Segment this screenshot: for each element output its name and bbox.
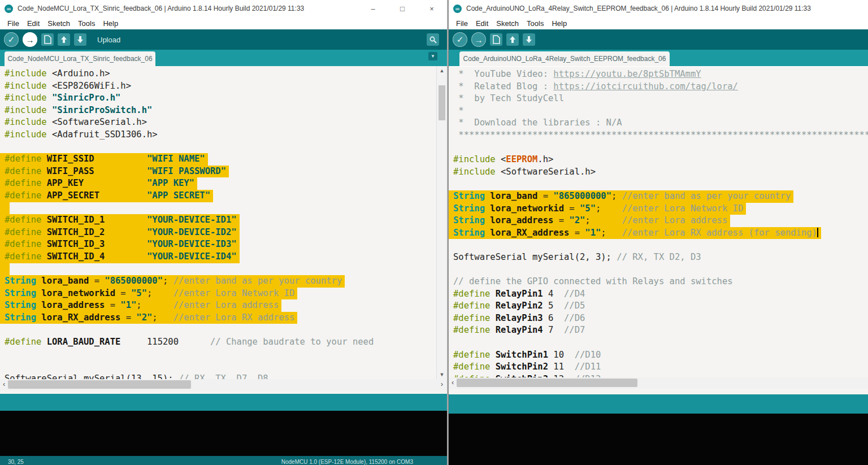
code-line: #include "SinricPro.h" (0, 92, 436, 105)
code-token: #define (453, 289, 496, 299)
title-bar: ∞ Code_NodeMCU_Lora_TX_Sinric_feedback_0… (0, 0, 447, 17)
code-token: APP_SECRET (47, 190, 99, 201)
arrow-right-icon: → (26, 35, 34, 45)
code-line: #include <Adafruit_SSD1306.h> (0, 129, 436, 141)
code-line (449, 239, 868, 251)
arrow-up-icon (509, 36, 517, 44)
minimize-button[interactable]: – (368, 5, 378, 13)
code-line (449, 337, 868, 349)
code-line-content: #include <Adafruit_SSD1306.h> (0, 129, 158, 141)
horizontal-scroll-thumb[interactable] (8, 380, 191, 389)
horizontal-scrollbar[interactable]: ‹ (449, 377, 868, 389)
open-button[interactable] (506, 33, 519, 46)
scroll-left-icon[interactable]: ‹ (452, 378, 454, 386)
maximize-button[interactable]: □ (397, 5, 407, 13)
code-line: #define APP_KEY "APP KEY" (0, 177, 436, 190)
code-line: ****************************************… (449, 129, 868, 142)
code-token: https://youtu.be/8ptSbTMAmmY (553, 69, 701, 79)
menu-file[interactable]: File (3, 19, 23, 28)
code-line (449, 264, 868, 276)
serial-monitor-button[interactable] (427, 33, 439, 46)
message-strip (0, 394, 447, 411)
code-line: #include <Arduino.h> (0, 68, 436, 80)
code-token: ; (136, 300, 173, 310)
code-editor[interactable]: * YouTube Video: https://youtu.be/8ptSbT… (449, 67, 868, 377)
open-button[interactable] (58, 33, 70, 46)
code-token: lora_address (41, 300, 105, 310)
code-token: = (120, 312, 136, 323)
code-line: String lora_address = "1"; //enter Lora … (0, 299, 436, 312)
menu-help[interactable]: Help (548, 19, 571, 28)
new-sketch-button[interactable] (41, 33, 54, 46)
menu-tools[interactable]: Tools (523, 19, 548, 28)
code-line: SoftwareSerial mySerial(13, 15); // RX, … (0, 373, 436, 379)
scroll-left-icon[interactable]: ‹ (3, 380, 5, 388)
scroll-right-icon[interactable]: › (441, 380, 443, 388)
code-line: * YouTube Video: https://youtu.be/8ptSbT… (449, 68, 868, 81)
arduino-logo-icon: ∞ (453, 5, 462, 13)
code-token: #include (453, 154, 501, 164)
code-token: ; (585, 215, 622, 225)
new-sketch-button[interactable] (490, 33, 502, 46)
vertical-scroll-thumb[interactable] (439, 85, 445, 120)
code-line (0, 349, 436, 361)
code-line-content: #define SWITCH_ID_4 "YOUR-DEVICE-ID4" (0, 251, 240, 263)
code-token: #include (5, 105, 52, 115)
menu-sketch[interactable]: Sketch (492, 19, 523, 28)
verify-button[interactable]: ✓ (453, 32, 467, 47)
code-token: #include (5, 117, 52, 127)
menu-edit[interactable]: Edit (23, 19, 44, 28)
menu-help[interactable]: Help (99, 19, 122, 28)
code-line-content (0, 141, 10, 154)
code-token: RelayPin1 (496, 289, 543, 299)
code-token: // Change baudrate to your need (210, 337, 374, 347)
code-token: lora_address (490, 215, 553, 225)
code-token: #define (5, 215, 47, 225)
code-token: "YOUR-DEVICE-ID3" (147, 239, 237, 249)
code-token: 115200 (120, 337, 210, 347)
code-token: #define (453, 325, 496, 335)
code-token: //D5 (564, 301, 585, 311)
menu-edit[interactable]: Edit (472, 19, 492, 28)
code-line-content: #define WIFI_PASS "WIFI PASSWORD" (0, 166, 229, 178)
code-line: #define WIFI_SSID "WIFI NAME" (0, 153, 436, 166)
sketch-tab[interactable]: Code_ArduinoUNO_LoRa_4Relay_Switch_EEPRO… (459, 51, 670, 66)
upload-button[interactable]: → (23, 32, 37, 47)
menu-file[interactable]: File (452, 19, 472, 28)
menu-bar: File Edit Sketch Tools Help (0, 17, 447, 29)
scroll-up-icon[interactable]: ▲ (437, 68, 447, 73)
code-line-content: #define WIFI_SSID "WIFI NAME" (0, 153, 208, 166)
upload-button[interactable]: → (471, 32, 486, 47)
sketch-tab[interactable]: Code_NodeMCU_Lora_TX_Sinric_feedback_06 (5, 51, 155, 66)
code-token: * Related Blog : (453, 81, 553, 92)
code-token: "5" (580, 203, 596, 214)
code-token: 7 (543, 325, 564, 335)
menu-tools[interactable]: Tools (74, 19, 99, 28)
scroll-down-icon[interactable]: ▼ (437, 372, 447, 377)
horizontal-scroll-thumb[interactable] (457, 379, 637, 387)
save-button[interactable] (523, 33, 535, 46)
code-editor[interactable]: #include <Arduino.h>#include <ESP8266WiF… (0, 66, 436, 379)
code-line-content (449, 337, 458, 349)
code-token: "SinricPro.h" (52, 93, 120, 103)
document-icon (492, 35, 500, 44)
code-token: WIFI_SSID (47, 154, 94, 164)
verify-button[interactable]: ✓ (4, 32, 19, 47)
horizontal-scrollbar[interactable]: ‹ › (0, 379, 447, 390)
code-token: <Arduino.h> (52, 68, 110, 79)
tab-list-button[interactable]: ▼ (428, 52, 437, 60)
code-token: 11 (548, 362, 575, 372)
code-token: #include (5, 93, 52, 103)
code-line-content: #define SwitchPin1 10 //D10 (449, 349, 601, 362)
close-button[interactable]: × (427, 5, 437, 13)
vertical-scrollbar[interactable]: ▲ ▼ (436, 66, 447, 379)
code-line: #define RelayPin2 5 //D5 (449, 300, 868, 312)
code-line: String lora_band = "865000000"; //enter … (0, 275, 436, 288)
code-line-content: String lora_band = "865000000"; //enter … (449, 190, 793, 203)
save-button[interactable] (74, 33, 86, 46)
code-line-content: #define APP_SECRET "APP SECRET" (0, 190, 213, 202)
code-token: // define the GPIO connected with Relays… (453, 276, 733, 286)
code-line: #define SwitchPin1 10 //D10 (449, 349, 868, 362)
menu-sketch[interactable]: Sketch (44, 19, 74, 28)
code-token: 4 (543, 289, 564, 299)
